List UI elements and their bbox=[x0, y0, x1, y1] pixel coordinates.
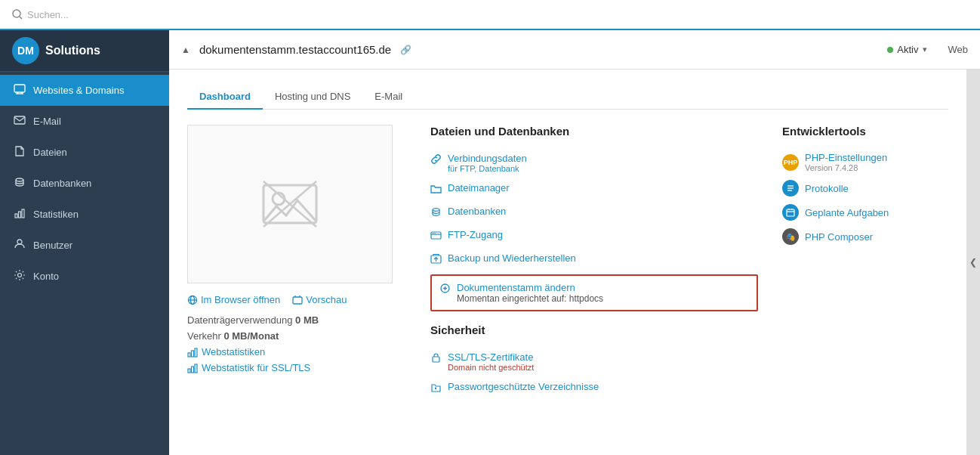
sidebar-item-databases-label: Datenbanken bbox=[33, 178, 91, 189]
svg-point-33 bbox=[434, 233, 435, 234]
svg-rect-2 bbox=[14, 85, 25, 92]
sidebar-item-statistics-label: Statistiken bbox=[33, 209, 79, 220]
tabs: Dashboard Hosting und DNS E-Mail bbox=[187, 85, 948, 110]
domain-status: Aktiv ▾ bbox=[887, 44, 926, 55]
web-label: Web bbox=[948, 44, 969, 55]
sidebar-item-account-label: Konto bbox=[33, 271, 59, 282]
verbindungsdaten-item[interactable]: Verbindungsdaten für FTP, Datenbank bbox=[430, 148, 758, 178]
svg-rect-28 bbox=[195, 364, 197, 373]
sidebar-item-users[interactable]: Benutzer bbox=[0, 230, 169, 261]
open-in-browser-link[interactable]: Im Browser öffnen bbox=[187, 294, 280, 305]
protokolle-label: Protokolle bbox=[805, 183, 849, 194]
geplante-item[interactable]: Geplante Aufgaben bbox=[782, 200, 948, 224]
geplante-label: Geplante Aufgaben bbox=[805, 207, 889, 218]
svg-point-11 bbox=[17, 240, 22, 244]
center-panel: Dateien und Datenbanken Verbindungsdaten… bbox=[430, 125, 758, 400]
dokumentenstamm-sublabel: Momentan eingerichtet auf: httpdocs bbox=[457, 293, 603, 304]
composer-item[interactable]: 🎭 PHP Composer bbox=[782, 224, 948, 249]
datenbanken-item[interactable]: Datenbanken bbox=[430, 201, 758, 224]
sidebar: DM Solutions Websites & Domains E-Mail bbox=[0, 30, 169, 455]
ftp-icon bbox=[430, 230, 442, 243]
link-icon bbox=[430, 153, 442, 167]
search-placeholder: Suchen... bbox=[27, 9, 69, 20]
files-databases-title: Dateien und Datenbanken bbox=[430, 125, 758, 138]
collapse-handle[interactable]: ❮ bbox=[966, 70, 980, 455]
no-image-icon bbox=[260, 178, 320, 231]
php-settings-item[interactable]: PHP PHP-Einstellungen Version 7.4.28 bbox=[782, 148, 948, 176]
ssl-item[interactable]: SSL/TLS-Zertifikate Domain nicht geschüt… bbox=[430, 347, 758, 376]
sidebar-item-files-label: Dateien bbox=[33, 147, 67, 158]
security-title: Sicherheit bbox=[430, 323, 758, 336]
account-icon bbox=[14, 269, 26, 283]
main-layout: DM Solutions Websites & Domains E-Mail bbox=[0, 30, 980, 455]
svg-point-12 bbox=[18, 274, 22, 277]
user-icon bbox=[14, 238, 26, 252]
sidebar-item-account[interactable]: Konto bbox=[0, 261, 169, 292]
mail-icon bbox=[14, 114, 26, 128]
svg-rect-6 bbox=[14, 116, 25, 124]
svg-rect-10 bbox=[22, 209, 24, 218]
storage-info: Datenträgerverwendung 0 MB bbox=[187, 314, 406, 326]
dateimanager-item[interactable]: Dateimanager bbox=[430, 178, 758, 201]
statistics-icon bbox=[14, 207, 26, 221]
chevron-left-icon: ❮ bbox=[969, 257, 977, 268]
backup-icon bbox=[430, 253, 442, 267]
website-preview bbox=[187, 125, 393, 283]
passschutz-icon bbox=[430, 382, 442, 395]
domain-link-icon[interactable]: 🔗 bbox=[400, 45, 411, 55]
webstatistics-link[interactable]: Webstatistiken bbox=[187, 346, 406, 358]
sidebar-item-email-label: E-Mail bbox=[33, 116, 61, 127]
traffic-info: Verkehr 0 MB/Monat bbox=[187, 330, 406, 342]
logo: DM Solutions bbox=[0, 30, 169, 72]
calendar-icon bbox=[782, 204, 799, 221]
svg-rect-27 bbox=[192, 367, 194, 373]
db-icon bbox=[430, 206, 442, 220]
composer-icon: 🎭 bbox=[782, 228, 799, 245]
ssl-danger-label: Domain nicht geschützt bbox=[448, 363, 534, 372]
protokolle-item[interactable]: Protokolle bbox=[782, 176, 948, 200]
domain-collapse-button[interactable]: ▲ bbox=[181, 45, 190, 55]
right-panel: Entwicklertools PHP PHP-Einstellungen Ve… bbox=[782, 125, 948, 400]
left-panel: Im Browser öffnen Vorschau Datenträgerve… bbox=[187, 125, 406, 400]
developer-tools-title: Entwicklertools bbox=[782, 125, 948, 138]
webstatistics-ssl-link[interactable]: Webstatistik für SSL/TLS bbox=[187, 362, 406, 373]
domain-bar: ▲ dokumentenstamm.testaccount165.de 🔗 Ak… bbox=[169, 30, 980, 70]
svg-rect-26 bbox=[188, 369, 190, 373]
content-grid: Im Browser öffnen Vorschau Datenträgerve… bbox=[187, 125, 948, 400]
sidebar-item-statistics[interactable]: Statistiken bbox=[0, 199, 169, 230]
svg-point-29 bbox=[433, 209, 439, 212]
php-icon: PHP bbox=[782, 154, 799, 171]
sidebar-item-databases[interactable]: Datenbanken bbox=[0, 168, 169, 199]
sidebar-item-users-label: Benutzer bbox=[33, 240, 72, 251]
svg-rect-23 bbox=[188, 353, 190, 357]
dokumentenstamm-item[interactable]: Dokumentenstamm ändern Momentan eingeric… bbox=[430, 274, 758, 311]
tab-hosting[interactable]: Hosting und DNS bbox=[263, 85, 362, 110]
protokolle-icon bbox=[782, 180, 799, 197]
svg-point-32 bbox=[433, 233, 433, 234]
doc-root-icon bbox=[439, 283, 451, 296]
backup-item[interactable]: Backup und Wiederherstellen bbox=[430, 248, 758, 271]
composer-label: PHP Composer bbox=[805, 231, 873, 243]
ftp-item[interactable]: FTP-Zugang bbox=[430, 224, 758, 248]
main-content: Dashboard Hosting und DNS E-Mail bbox=[169, 70, 980, 455]
svg-rect-37 bbox=[433, 357, 439, 362]
logo-company: Solutions bbox=[45, 44, 100, 57]
domain-name: dokumentenstamm.testaccount165.de bbox=[199, 43, 391, 56]
svg-rect-20 bbox=[293, 297, 302, 304]
tab-email[interactable]: E-Mail bbox=[362, 85, 414, 110]
logo-initials: DM bbox=[12, 37, 39, 64]
search-bar[interactable]: Suchen... bbox=[12, 9, 69, 20]
status-active-dot bbox=[887, 47, 893, 53]
status-chevron-icon[interactable]: ▾ bbox=[923, 45, 927, 54]
svg-rect-42 bbox=[787, 209, 794, 216]
passschutz-item[interactable]: Passwortgeschützte Verzeichnisse bbox=[430, 376, 758, 400]
file-icon bbox=[14, 145, 26, 159]
sidebar-item-websites[interactable]: Websites & Domains bbox=[0, 75, 169, 106]
svg-rect-38 bbox=[435, 388, 436, 390]
tab-dashboard[interactable]: Dashboard bbox=[187, 85, 263, 110]
php-version: Version 7.4.28 bbox=[805, 163, 887, 172]
sidebar-item-files[interactable]: Dateien bbox=[0, 137, 169, 168]
preview-link[interactable]: Vorschau bbox=[292, 294, 347, 305]
content-area: ▲ dokumentenstamm.testaccount165.de 🔗 Ak… bbox=[169, 30, 980, 455]
sidebar-item-email[interactable]: E-Mail bbox=[0, 106, 169, 137]
